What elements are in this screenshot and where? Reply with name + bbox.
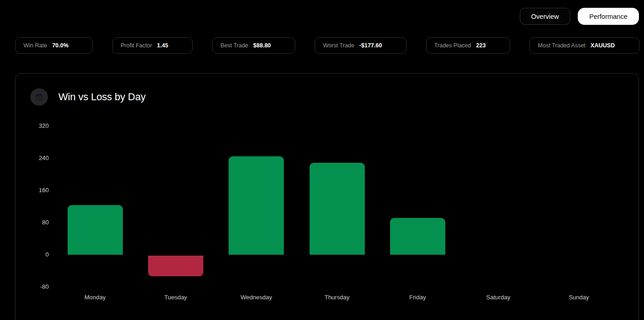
bar-thursday[interactable] (310, 163, 365, 255)
stat-label: Profit Factor (121, 42, 152, 49)
y-axis-tick--80: -80 (16, 283, 49, 291)
x-axis-label-sunday: Sunday (542, 294, 615, 301)
stat-worst-trade: Worst Trade -$177.60 (315, 37, 407, 54)
stat-label: Trades Placed (434, 42, 471, 49)
stat-value: 70.0% (52, 42, 68, 49)
x-axis-label-saturday: Saturday (461, 294, 535, 301)
stat-value: XAUUSD (591, 42, 615, 49)
stat-best-trade: Best Trade $88.80 (212, 37, 295, 54)
stat-trades-placed: Trades Placed 223 (426, 37, 510, 54)
stat-value: $88.80 (253, 42, 271, 49)
bar-chart: 320240160800-80MondayTuesdayWednesdayThu… (16, 74, 638, 320)
y-axis-tick-0: 0 (16, 251, 49, 258)
tab-overview[interactable]: Overview (520, 8, 570, 25)
stat-most-traded-asset: Most Traded Asset XAUUSD (529, 37, 639, 54)
y-axis-tick-320: 320 (16, 122, 49, 130)
view-tabbar: Overview Performance (520, 8, 639, 25)
win-loss-by-day-panel: Win vs Loss by Day 320240160800-80Monday… (15, 73, 639, 320)
x-axis-label-friday: Friday (381, 294, 454, 301)
bar-wednesday[interactable] (229, 156, 284, 255)
bar-friday[interactable] (390, 218, 445, 255)
x-axis-label-monday: Monday (58, 294, 132, 301)
y-axis-tick-160: 160 (16, 187, 49, 194)
stat-value: 223 (476, 42, 486, 49)
y-axis-tick-240: 240 (16, 154, 49, 162)
stat-win-rate: Win Rate 70.0% (15, 37, 93, 54)
stat-value: -$177.60 (359, 42, 382, 49)
stat-label: Most Traded Asset (538, 42, 586, 49)
stats-row: Win Rate 70.0% Profit Factor 1.45 Best T… (15, 37, 639, 54)
x-axis-label-wednesday: Wednesday (219, 294, 293, 301)
stat-label: Worst Trade (323, 42, 354, 49)
bar-monday[interactable] (68, 205, 123, 255)
stat-profit-factor: Profit Factor 1.45 (112, 37, 193, 54)
y-axis-tick-80: 80 (16, 219, 49, 226)
stat-label: Best Trade (220, 42, 248, 49)
stat-value: 1.45 (157, 42, 168, 49)
bar-tuesday[interactable] (148, 256, 203, 276)
x-axis-label-tuesday: Tuesday (139, 294, 213, 301)
x-axis-label-thursday: Thursday (300, 294, 374, 301)
tab-performance[interactable]: Performance (578, 8, 639, 25)
stat-label: Win Rate (23, 42, 47, 49)
